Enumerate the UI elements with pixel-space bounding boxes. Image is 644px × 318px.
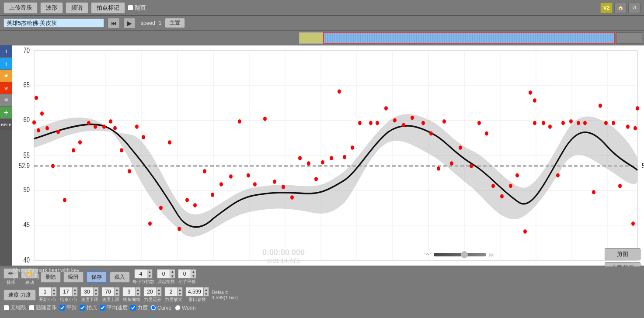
smooth-checkbox[interactable]	[59, 305, 65, 311]
speed-min-value[interactable]	[81, 289, 93, 295]
svg-point-132	[35, 96, 38, 100]
line-width-value[interactable]	[123, 289, 135, 295]
svg-point-75	[193, 203, 197, 207]
speed-min-down[interactable]: ▼	[93, 292, 98, 296]
svg-point-115	[523, 229, 527, 234]
svg-point-63	[102, 124, 106, 129]
no-drum-checkbox[interactable]	[3, 305, 9, 311]
window-up[interactable]: ▲	[203, 287, 209, 292]
bar-transpose-label: 小节平移	[178, 279, 196, 285]
start-bar-up[interactable]: ▲	[51, 287, 56, 292]
force-min-input: ▲ ▼	[143, 287, 162, 297]
speed-max-value[interactable]	[102, 289, 114, 295]
svg-point-79	[229, 174, 233, 179]
force-max-label: 力度放大	[165, 297, 182, 303]
second-toolbar: ⏮ ▶ speed 1 主置	[0, 16, 644, 31]
force-max-down[interactable]: ▼	[177, 292, 182, 296]
start-bar-down[interactable]: ▼	[51, 292, 56, 296]
bar-offset-down[interactable]: ▼	[170, 274, 175, 278]
volume-slider[interactable]	[434, 253, 486, 256]
bar-transpose-up[interactable]: ▲	[191, 270, 196, 274]
curve-radio[interactable]	[150, 305, 156, 311]
bar-transpose-value[interactable]	[178, 271, 191, 277]
random-music-checkbox[interactable]	[29, 305, 35, 311]
v2-button[interactable]: V2	[600, 3, 613, 13]
plus-button[interactable]: +	[0, 107, 12, 119]
end-bar-down[interactable]: ▼	[72, 292, 77, 296]
speed-min-input: ▲ ▼	[80, 287, 99, 297]
force-max-up[interactable]: ▲	[177, 287, 182, 292]
svg-point-126	[604, 121, 608, 125]
weibo-button[interactable]: w	[0, 82, 12, 94]
select-label: 择择	[7, 280, 15, 286]
twitter-button[interactable]: t	[0, 58, 12, 70]
svg-point-62	[94, 124, 97, 129]
speed-max-down[interactable]: ▼	[114, 292, 119, 296]
play-button[interactable]: ▶	[123, 18, 136, 28]
volume-wave-icon: 〰	[424, 251, 431, 259]
force-max-value[interactable]	[165, 289, 177, 295]
worm-radio[interactable]	[175, 305, 181, 311]
start-bar-value[interactable]	[39, 289, 51, 295]
help-button[interactable]: HELP	[0, 119, 12, 131]
svg-point-61	[87, 121, 91, 125]
force-min-down[interactable]: ▼	[156, 292, 161, 296]
load-button[interactable]: 载入	[110, 272, 130, 283]
force-min-up[interactable]: ▲	[156, 287, 161, 292]
rewind-button[interactable]: ⏮	[108, 18, 120, 28]
waveform-thumbnail[interactable]	[299, 32, 323, 44]
svg-point-100	[402, 123, 405, 128]
line-width-up[interactable]: ▲	[135, 287, 140, 292]
force-min-spinners: ▲ ▼	[156, 287, 161, 296]
beat-point-checkbox[interactable]	[80, 305, 85, 311]
spectrum-button[interactable]: 频谱	[66, 2, 88, 14]
save-button[interactable]: 保存	[86, 271, 107, 283]
bar-offset-value[interactable]	[157, 271, 170, 277]
refresh-button[interactable]: ↺	[628, 3, 641, 13]
upload-music-button[interactable]: 上传音乐	[3, 2, 38, 14]
svg-text:65: 65	[24, 81, 30, 89]
svg-point-97	[376, 121, 379, 125]
social-sidebar: f t ★ w ✉ + HELP	[0, 45, 12, 266]
force-min-value[interactable]	[144, 289, 156, 295]
waveform-main[interactable]	[323, 32, 615, 44]
speed-max-up[interactable]: ▲	[114, 287, 119, 292]
bar-transpose-down[interactable]: ▼	[191, 274, 196, 278]
svg-point-93	[343, 155, 346, 159]
mute-button[interactable]: 主置	[165, 18, 185, 28]
star-button[interactable]: ★	[0, 70, 12, 82]
home-button[interactable]: 🏠	[614, 3, 627, 13]
cut-view-button[interactable]: 剪图	[605, 248, 641, 260]
svg-point-58	[63, 198, 66, 202]
beats-per-bar-down[interactable]: ▼	[147, 274, 152, 278]
svg-text:14: 14	[497, 265, 503, 266]
facebook-button[interactable]: f	[0, 45, 12, 58]
end-bar-up[interactable]: ▲	[72, 287, 77, 292]
speed-min-up[interactable]: ▲	[93, 287, 98, 292]
svg-point-66	[120, 148, 123, 152]
flip-checkbox[interactable]	[128, 5, 133, 10]
force-checkbox[interactable]	[130, 305, 136, 311]
svg-point-96	[369, 121, 372, 125]
beats-per-bar-up[interactable]: ▲	[147, 270, 152, 274]
mail-button[interactable]: ✉	[0, 94, 12, 107]
avg-speed-checkbox[interactable]	[100, 305, 105, 311]
window-down[interactable]: ▼	[203, 292, 209, 296]
speed-value: 1	[159, 20, 162, 26]
default-val: 4.599(1 bar)	[212, 295, 238, 300]
end-bar-value[interactable]	[60, 289, 72, 295]
bar-transpose-input: ▲ ▼	[178, 269, 196, 279]
speed-force-button[interactable]: 速度-力度	[3, 290, 36, 301]
svg-point-67	[128, 169, 131, 173]
track-name-input[interactable]	[3, 18, 104, 28]
svg-point-92	[338, 90, 341, 94]
beat-marker-button[interactable]: 拍点标记	[91, 2, 125, 14]
line-width-down[interactable]: ▼	[135, 292, 140, 296]
bar-offset-up[interactable]: ▲	[170, 270, 175, 274]
waveform-button[interactable]: 波形	[40, 2, 63, 14]
svg-point-81	[247, 173, 250, 178]
line-width-label: 线条细粗	[123, 297, 140, 303]
start-bar-group: ▲ ▼ 开始小节	[38, 287, 57, 303]
beats-per-bar-value[interactable]	[135, 271, 147, 277]
window-value[interactable]	[186, 289, 203, 295]
